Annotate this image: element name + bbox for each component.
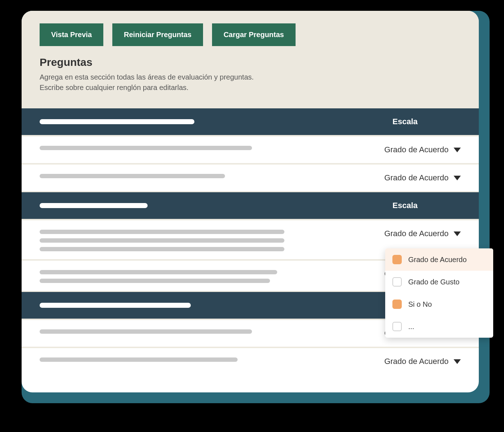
question-row[interactable]: Grado de Acuerdo [22,135,479,163]
checkbox-icon [392,322,402,331]
area-header[interactable]: Escala [22,107,479,135]
question-row[interactable]: Grado de Acuerdo [22,163,479,191]
scale-select[interactable]: Grado de Acuerdo [384,228,461,238]
scale-select[interactable]: Grado de Acuerdo [384,172,461,183]
area-title-placeholder[interactable] [40,203,148,208]
chevron-down-icon [454,359,461,364]
scale-dropdown-menu: Grado de Acuerdo Grado de Gusto Si o No … [385,248,493,338]
reset-questions-button[interactable]: Reiniciar Preguntas [112,23,203,46]
scale-select[interactable]: Grado de Acuerdo [384,144,461,154]
scale-option-label: Grado de Acuerdo [408,256,467,264]
header-area: Vista Previa Reiniciar Preguntas Cargar … [22,11,479,107]
scale-select-value: Grado de Acuerdo [384,357,449,366]
question-text-placeholder[interactable] [40,172,306,178]
card-backdrop: Vista Previa Reiniciar Preguntas Cargar … [22,11,490,403]
scale-option-label: Si o No [408,300,432,309]
scale-option[interactable]: Si o No [385,293,493,315]
question-text-placeholder[interactable] [40,328,306,334]
load-questions-button[interactable]: Cargar Preguntas [212,23,296,46]
scale-select-value: Grado de Acuerdo [384,229,449,238]
checkbox-icon [392,300,402,309]
checkbox-icon [392,255,402,264]
area-header[interactable]: Escala [22,191,479,219]
chevron-down-icon [454,231,461,236]
scale-option[interactable]: Grado de Gusto [385,271,493,293]
scale-select-value: Grado de Acuerdo [384,145,449,154]
area-title-placeholder[interactable] [40,119,194,124]
question-text-placeholder[interactable] [40,269,306,283]
scale-option[interactable]: ... [385,315,493,338]
question-text-placeholder[interactable] [40,228,306,251]
question-row[interactable]: Grado de Acuerdo [22,347,479,375]
scale-select-value: Grado de Acuerdo [384,173,449,183]
chevron-down-icon [454,176,461,180]
toolbar: Vista Previa Reiniciar Preguntas Cargar … [40,23,461,46]
scale-select[interactable]: Grado de Acuerdo [384,356,461,366]
scale-option-label: Grado de Gusto [408,278,459,286]
section-title: Preguntas [40,56,461,68]
section-description: Agrega en esta sección todas las áreas d… [40,72,461,93]
area-title-placeholder[interactable] [40,303,191,308]
scale-option-label: ... [408,323,414,331]
preview-button[interactable]: Vista Previa [40,23,103,46]
scale-column-header: Escala [392,201,461,210]
scale-option[interactable]: Grado de Acuerdo [385,248,493,271]
question-text-placeholder[interactable] [40,144,306,150]
chevron-down-icon [454,148,461,152]
question-text-placeholder[interactable] [40,356,306,362]
checkbox-icon [392,277,402,287]
scale-column-header: Escala [392,117,461,126]
